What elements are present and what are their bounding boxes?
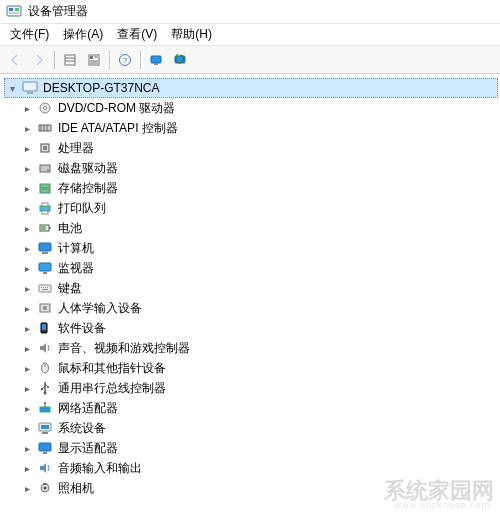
svg-rect-33 [42,211,48,214]
chevron-right-icon[interactable]: ▸ [20,143,34,154]
tree-node[interactable]: ▸监视器 [20,258,498,278]
tree-node[interactable]: ▸计算机 [20,238,498,258]
tree-node[interactable]: ▸声音、视频和游戏控制器 [20,338,498,358]
tree-node-label: 系统设备 [56,420,106,437]
svg-rect-2 [15,8,19,11]
chevron-right-icon[interactable]: ▸ [20,203,34,214]
chevron-right-icon[interactable]: ▸ [20,123,34,134]
chevron-right-icon[interactable]: ▸ [20,163,34,174]
scan-hardware-button[interactable] [169,49,191,71]
svg-point-66 [44,487,47,490]
computer-root-icon [21,80,39,96]
tree-node[interactable]: ▸处理器 [20,138,498,158]
svg-rect-39 [39,263,51,271]
svg-rect-4 [65,55,75,65]
svg-rect-31 [40,206,50,211]
show-devices-button[interactable] [145,49,167,71]
cpu-icon [36,140,54,156]
svg-rect-27 [40,165,50,172]
svg-rect-30 [40,189,50,193]
disk-icon [36,160,54,176]
software-icon [36,320,54,336]
tree-node[interactable]: ▸显示适配器 [20,438,498,458]
monitor-device-icon [36,260,54,276]
toolbar: ? [0,46,500,74]
tree-node[interactable]: ▸打印队列 [20,198,498,218]
help-button[interactable]: ? [114,49,136,71]
toolbar-separator [109,51,110,69]
chevron-right-icon[interactable]: ▸ [20,483,34,494]
tree-node[interactable]: ▸软件设备 [20,318,498,338]
tree-node[interactable]: ▸照相机 [20,478,498,498]
chevron-right-icon[interactable]: ▸ [20,183,34,194]
tree-node[interactable]: ▸网络适配器 [20,398,498,418]
tree-node[interactable]: ▸键盘 [20,278,498,298]
chevron-down-icon[interactable]: ▾ [5,83,19,94]
chevron-right-icon[interactable]: ▸ [20,303,34,314]
chevron-right-icon[interactable]: ▸ [20,363,34,374]
svg-point-55 [47,386,49,388]
forward-button[interactable] [28,49,50,71]
chevron-right-icon[interactable]: ▸ [20,463,34,474]
chevron-right-icon[interactable]: ▸ [20,243,34,254]
tree-node[interactable]: ▸电池 [20,218,498,238]
svg-rect-29 [40,184,50,188]
svg-rect-67 [43,483,47,485]
svg-rect-1 [9,8,13,11]
tree-node[interactable]: ▸鼠标和其他指针设备 [20,358,498,378]
svg-rect-40 [43,272,47,274]
menu-help[interactable]: 帮助(H) [165,24,218,45]
svg-rect-61 [41,425,49,429]
app-icon [6,4,22,20]
chevron-right-icon[interactable]: ▸ [20,283,34,294]
svg-rect-41 [39,285,51,292]
chevron-right-icon[interactable]: ▸ [20,443,34,454]
tree-node[interactable]: ▸DVD/CD-ROM 驱动器 [20,98,498,118]
tree-node-label: IDE ATA/ATAPI 控制器 [56,120,178,137]
svg-rect-64 [43,452,47,454]
view-list-button[interactable] [59,49,81,71]
menu-action[interactable]: 操作(A) [57,24,109,45]
tree-node-label: 鼠标和其他指针设备 [56,360,166,377]
printer-icon [36,200,54,216]
menu-bar: 文件(F) 操作(A) 查看(V) 帮助(H) [0,24,500,46]
tree-root[interactable]: ▾ DESKTOP-GT37NCA [4,78,498,98]
tree-node[interactable]: ▸人体学输入设备 [20,298,498,318]
svg-rect-36 [41,226,46,230]
tree-node[interactable]: ▸存储控制器 [20,178,498,198]
chevron-right-icon[interactable]: ▸ [20,423,34,434]
device-tree[interactable]: ▾ DESKTOP-GT37NCA ▸DVD/CD-ROM 驱动器▸IDE AT… [0,74,500,512]
tree-node[interactable]: ▸IDE ATA/ATAPI 控制器 [20,118,498,138]
chevron-right-icon[interactable]: ▸ [20,223,34,234]
svg-rect-63 [39,443,51,451]
view-detail-button[interactable] [83,49,105,71]
tree-node[interactable]: ▸通用串行总线控制器 [20,378,498,398]
chevron-right-icon[interactable]: ▸ [20,403,34,414]
svg-rect-56 [41,388,43,390]
svg-rect-42 [41,287,42,288]
menu-view[interactable]: 查看(V) [111,24,163,45]
back-button[interactable] [4,49,26,71]
tree-node[interactable]: ▸系统设备 [20,418,498,438]
menu-file[interactable]: 文件(F) [4,24,55,45]
svg-rect-46 [42,289,48,290]
tree-node[interactable]: ▸音频输入和输出 [20,458,498,478]
svg-rect-50 [42,324,46,330]
svg-rect-14 [151,56,161,63]
svg-rect-44 [45,287,46,288]
tree-node-label: 存储控制器 [56,180,118,197]
tree-root-label: DESKTOP-GT37NCA [41,81,159,95]
svg-rect-57 [40,407,50,412]
svg-rect-15 [154,63,158,65]
disc-icon [36,100,54,116]
display-icon [36,440,54,456]
tree-node[interactable]: ▸磁盘驱动器 [20,158,498,178]
tree-node-label: 音频输入和输出 [56,460,142,477]
chevron-right-icon[interactable]: ▸ [20,383,34,394]
chevron-right-icon[interactable]: ▸ [20,343,34,354]
tree-children: ▸DVD/CD-ROM 驱动器▸IDE ATA/ATAPI 控制器▸处理器▸磁盘… [20,98,498,498]
chevron-right-icon[interactable]: ▸ [20,263,34,274]
chevron-right-icon[interactable]: ▸ [20,323,34,334]
svg-rect-37 [39,243,51,251]
chevron-right-icon[interactable]: ▸ [20,103,34,114]
